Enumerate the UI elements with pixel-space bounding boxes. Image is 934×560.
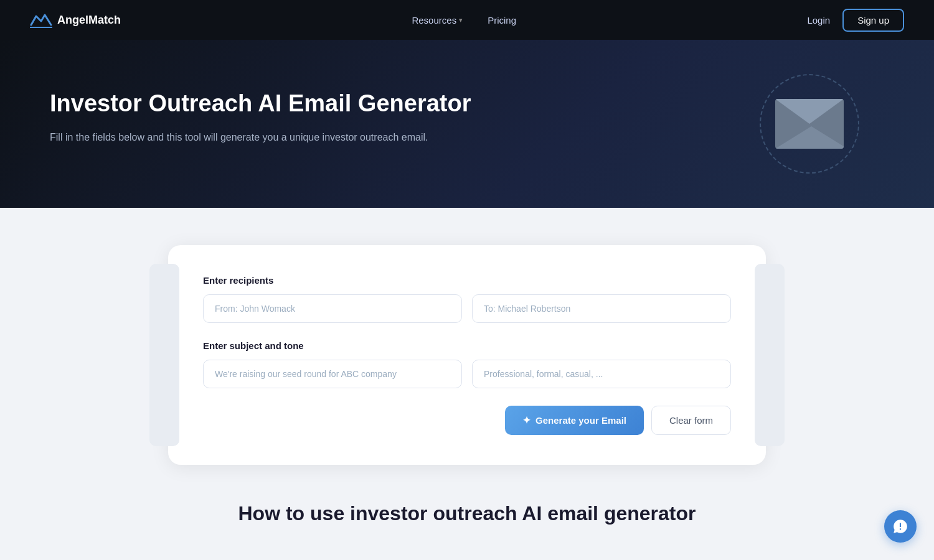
subject-section-label: Enter subject and tone — [203, 340, 731, 351]
logo-text: AngelMatch — [57, 14, 121, 27]
chevron-down-icon: ▾ — [459, 16, 463, 24]
clear-button[interactable]: Clear form — [651, 406, 731, 435]
recipients-row — [203, 294, 731, 323]
subject-row — [203, 360, 731, 388]
sparkle-icon: ✦ — [522, 414, 531, 426]
hero-subtitle: Fill in the fields below and this tool w… — [50, 129, 471, 146]
nav-pricing-link[interactable]: Pricing — [488, 15, 516, 26]
nav-center: Resources ▾ Pricing — [412, 15, 516, 26]
bottom-section: How to use investor outreach AI email ge… — [168, 502, 766, 525]
tone-input[interactable] — [472, 360, 731, 388]
nav-resources-link[interactable]: Resources ▾ — [412, 15, 463, 26]
chat-button[interactable] — [884, 510, 917, 543]
envelope-icon — [775, 99, 844, 149]
hero-illustration — [760, 74, 859, 174]
generate-button[interactable]: ✦ Generate your Email — [505, 406, 644, 435]
navbar: AngelMatch Resources ▾ Pricing Login Sig… — [0, 0, 934, 40]
envelope-wrapper — [760, 74, 859, 174]
hero-section: Investor Outreach AI Email Generator Fil… — [0, 40, 934, 208]
resources-label: Resources — [412, 15, 456, 26]
pricing-label: Pricing — [488, 15, 516, 26]
main-content: Enter recipients Enter subject and tone … — [0, 208, 934, 560]
logo-link[interactable]: AngelMatch — [30, 11, 121, 29]
form-card: Enter recipients Enter subject and tone … — [168, 245, 766, 465]
bottom-title: How to use investor outreach AI email ge… — [168, 502, 766, 525]
nav-right: Login Sign up — [807, 9, 904, 32]
form-actions: ✦ Generate your Email Clear form — [203, 406, 731, 435]
recipients-section-label: Enter recipients — [203, 275, 731, 286]
logo-icon — [30, 11, 52, 29]
subject-input[interactable] — [203, 360, 462, 388]
hero-title: Investor Outreach AI Email Generator — [50, 90, 471, 118]
to-input[interactable] — [472, 294, 731, 323]
signup-button[interactable]: Sign up — [842, 9, 904, 32]
chat-icon — [892, 518, 908, 534]
hero-content: Investor Outreach AI Email Generator Fil… — [50, 90, 471, 145]
generate-label: Generate your Email — [535, 415, 626, 426]
login-button[interactable]: Login — [807, 15, 830, 26]
from-input[interactable] — [203, 294, 462, 323]
